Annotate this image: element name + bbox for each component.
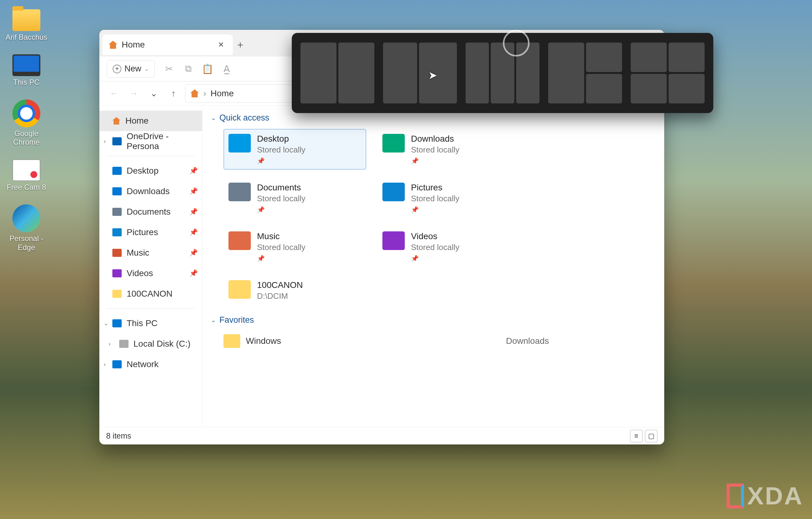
item-name: Downloads — [411, 134, 459, 144]
divider — [107, 308, 195, 309]
xda-watermark: XDA — [727, 482, 803, 510]
new-button[interactable]: + New ⌄ — [107, 60, 155, 78]
sidebar-item-downloads[interactable]: Downloads 📌 — [99, 181, 202, 201]
favorites-list: WindowsDownloads — [211, 331, 656, 351]
quick-access-item[interactable]: VideosStored locally📌 — [377, 226, 520, 267]
folder-icon — [12, 9, 40, 31]
sidebar-item-pictures[interactable]: Pictures 📌 — [99, 222, 202, 243]
chevron-right-icon[interactable]: › — [109, 341, 111, 347]
quick-access-item[interactable]: DesktopStored locally📌 — [224, 129, 366, 170]
navigation-pane: Home › OneDrive - Persona Desktop 📌 Down… — [99, 106, 202, 427]
tab-home[interactable]: Home ✕ — [103, 34, 233, 55]
onedrive-icon — [112, 137, 122, 145]
sidebar-item-home[interactable]: Home — [99, 111, 202, 131]
sidebar-item-videos[interactable]: Videos 📌 — [99, 263, 202, 283]
item-subtitle: Stored locally — [257, 145, 306, 155]
sidebar-item-label: OneDrive - Persona — [127, 131, 196, 151]
chevron-down-icon[interactable]: ⌄ — [104, 320, 108, 327]
snap-layout-quad[interactable] — [631, 43, 705, 103]
sidebar-item-onedrive[interactable]: › OneDrive - Persona — [99, 131, 202, 152]
sidebar-item-documents[interactable]: Documents 📌 — [99, 201, 202, 222]
folder-icon — [112, 290, 122, 298]
sidebar-item-label: Network — [127, 359, 158, 369]
snap-zone[interactable] — [631, 74, 667, 103]
snap-layout-33-67[interactable] — [383, 43, 457, 103]
item-name: Desktop — [257, 134, 306, 144]
section-favorites[interactable]: ⌄ Favorites — [211, 311, 656, 331]
pin-icon: 📌 — [411, 157, 459, 165]
item-subtitle: Stored locally — [257, 194, 306, 203]
status-bar: 8 items ≡ ▢ — [99, 427, 664, 444]
sidebar-item-label: Videos — [127, 268, 153, 278]
snap-zone[interactable] — [300, 43, 337, 103]
snap-zone[interactable] — [631, 43, 667, 72]
xda-logo-icon — [727, 484, 744, 509]
desktop-icon-chrome[interactable]: Google Chrome — [3, 100, 50, 147]
snap-zone[interactable] — [669, 43, 705, 72]
pin-icon: 📌 — [257, 255, 306, 262]
home-icon — [109, 41, 117, 49]
pictures-icon — [112, 228, 122, 236]
pin-icon: 📌 — [257, 206, 306, 213]
explorer-body: Home › OneDrive - Persona Desktop 📌 Down… — [99, 106, 664, 427]
paste-button[interactable]: 📋 — [202, 64, 213, 74]
item-name: Videos — [411, 231, 459, 241]
documents-icon — [112, 208, 122, 216]
details-view-button[interactable]: ≡ — [630, 430, 642, 442]
desktop-icon-this-pc[interactable]: This PC — [3, 54, 50, 87]
back-button[interactable]: ← — [106, 85, 122, 102]
item-name: Documents — [257, 183, 306, 193]
sidebar-item-100canon[interactable]: 100CANON — [99, 283, 202, 304]
item-subtitle: Stored locally — [257, 243, 306, 252]
snap-layouts-flyout — [292, 33, 713, 113]
snap-zone[interactable] — [338, 43, 374, 103]
sidebar-item-music[interactable]: Music 📌 — [99, 243, 202, 263]
quick-access-item[interactable]: PicturesStored locally📌 — [377, 177, 520, 218]
item-count: 8 items — [106, 431, 131, 440]
copy-button[interactable]: ⧉ — [183, 64, 193, 74]
snap-zone[interactable] — [466, 43, 489, 103]
thumbnails-view-button[interactable]: ▢ — [645, 430, 658, 442]
chrome-icon — [12, 100, 40, 127]
snap-zone[interactable] — [419, 43, 457, 103]
pin-icon: 📌 — [189, 167, 198, 175]
desktop-icon-freecam[interactable]: Free Cam 8 — [3, 159, 50, 192]
snap-zone[interactable] — [669, 74, 705, 103]
sidebar-item-localdisk[interactable]: › Local Disk (C:) — [99, 334, 202, 354]
snap-zone[interactable] — [586, 74, 622, 103]
snap-layout-thirds[interactable] — [466, 43, 540, 103]
chevron-right-icon[interactable]: › — [104, 138, 106, 145]
quick-access-item[interactable]: DocumentsStored locally📌 — [224, 177, 366, 218]
up-button[interactable]: ↑ — [165, 85, 182, 102]
favorite-item[interactable]: WindowsDownloads — [224, 331, 656, 351]
sidebar-item-label: Music — [127, 248, 149, 258]
favorite-location: Downloads — [506, 336, 549, 346]
desktop: Arif Bacchus This PC Google Chrome Free … — [3, 9, 50, 252]
chevron-right-icon[interactable]: › — [104, 361, 106, 368]
forward-button[interactable]: → — [125, 85, 142, 102]
snap-zone[interactable] — [586, 43, 622, 72]
desktop-icon-edge[interactable]: Personal - Edge — [3, 204, 50, 252]
sidebar-item-network[interactable]: › Network — [99, 354, 202, 375]
snap-layout-50-50[interactable] — [300, 43, 374, 103]
snap-zone[interactable] — [383, 43, 417, 103]
snap-zone[interactable] — [548, 43, 584, 103]
quick-access-item[interactable]: DownloadsStored locally📌 — [377, 129, 520, 170]
sidebar-item-label: This PC — [127, 318, 158, 328]
cut-button[interactable]: ✂ — [164, 64, 174, 74]
folder-icon — [382, 134, 405, 153]
pin-icon: 📌 — [257, 157, 306, 165]
pin-icon: 📌 — [411, 255, 459, 262]
item-subtitle: D:\DCIM — [257, 291, 303, 301]
sidebar-item-thispc[interactable]: ⌄ This PC — [99, 313, 202, 334]
recent-dropdown[interactable]: ⌄ — [145, 85, 162, 102]
rename-button[interactable]: A̲ — [221, 64, 232, 74]
pin-icon: 📌 — [411, 206, 459, 213]
sidebar-item-desktop[interactable]: Desktop 📌 — [99, 161, 202, 181]
tab-close-button[interactable]: ✕ — [215, 39, 227, 50]
new-tab-button[interactable]: ＋ — [235, 39, 246, 50]
snap-layout-left-stack[interactable] — [548, 43, 622, 103]
quick-access-item[interactable]: MusicStored locally📌 — [224, 226, 366, 267]
quick-access-item[interactable]: 100CANOND:\DCIM — [224, 275, 366, 306]
desktop-icon-user-folder[interactable]: Arif Bacchus — [3, 9, 50, 42]
